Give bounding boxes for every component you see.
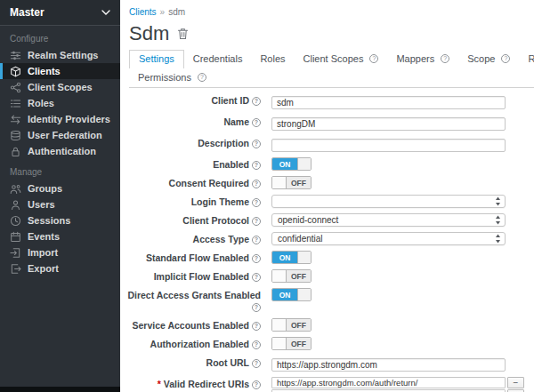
root-url-input[interactable]: [271, 358, 506, 372]
sidebar-item-client-scopes[interactable]: Client Scopes: [0, 79, 120, 95]
help-icon[interactable]: [252, 340, 261, 349]
help-icon[interactable]: [252, 273, 261, 282]
field-label: Valid Redirect URIs: [125, 377, 261, 390]
sidebar-item-label: Clients: [28, 66, 61, 76]
form-row: Root URL: [125, 356, 534, 372]
sidebar-item-user-federation[interactable]: User Federation: [0, 127, 120, 143]
field-label-text: Standard Flow Enabled: [146, 252, 249, 263]
help-icon[interactable]: [252, 359, 261, 368]
help-icon[interactable]: [252, 254, 261, 263]
tab-revocation[interactable]: Revocation: [519, 50, 534, 68]
title-row: Sdm: [129, 24, 534, 44]
tab-label: Scope: [467, 53, 495, 64]
field-label-text: Name: [223, 116, 249, 127]
standard-flow-toggle[interactable]: ON: [271, 251, 312, 264]
field-label: Name: [125, 115, 261, 128]
sidebar-item-groups[interactable]: Groups: [0, 180, 120, 196]
select-stepper-icon: [495, 196, 501, 206]
form-row: Login Theme: [125, 195, 534, 208]
sidebar-item-authentication[interactable]: Authentication: [0, 143, 120, 159]
tab-mappers[interactable]: Mappers: [387, 50, 458, 68]
tab-credentials[interactable]: Credentials: [184, 50, 252, 68]
authorization-toggle[interactable]: OFF: [271, 337, 312, 350]
sidebar: Master Configure Realm Settings Clients …: [0, 0, 120, 392]
tab-client-scopes[interactable]: Client Scopes: [295, 50, 388, 68]
sidebar-item-roles[interactable]: Roles: [0, 95, 120, 111]
help-icon[interactable]: [252, 161, 261, 170]
access-type-select[interactable]: confidential: [271, 232, 506, 245]
help-icon[interactable]: [252, 198, 261, 207]
service-accounts-toggle[interactable]: OFF: [271, 318, 312, 332]
sidebar-item-sessions[interactable]: Sessions: [0, 212, 120, 228]
exchange-arrows-icon: [10, 114, 21, 125]
sidebar-item-export[interactable]: Export: [0, 260, 120, 276]
delete-client-button[interactable]: [177, 28, 189, 40]
help-icon[interactable]: [252, 380, 261, 389]
direct-access-grants-toggle[interactable]: ON: [271, 288, 312, 301]
help-icon[interactable]: [369, 54, 378, 63]
main-content: Clients»sdm Sdm Settings Credentials Rol…: [120, 0, 534, 392]
help-icon[interactable]: [252, 97, 261, 106]
enabled-toggle[interactable]: ON: [271, 157, 312, 171]
share-icon: [10, 82, 21, 93]
field-label-text: Client Protocol: [182, 215, 249, 226]
form-row: Name: [125, 115, 534, 131]
help-icon[interactable]: [252, 140, 261, 148]
form-row: Access Type confidential: [125, 232, 534, 245]
sidebar-item-identity-providers[interactable]: Identity Providers: [0, 111, 120, 127]
breadcrumb: Clients»sdm: [120, 0, 534, 17]
sidebar-item-import[interactable]: Import: [0, 244, 120, 260]
page-title: Sdm: [129, 24, 169, 44]
consent-required-toggle[interactable]: OFF: [271, 176, 312, 189]
sidebar-item-label: Export: [28, 263, 59, 274]
help-icon[interactable]: [501, 54, 510, 63]
sidebar-item-label: Users: [28, 199, 55, 210]
tab-permissions[interactable]: Permissions: [129, 68, 215, 87]
toggle-handle: [272, 270, 287, 282]
redirect-uri-list: − − +: [271, 377, 524, 392]
breadcrumb-clients-link[interactable]: Clients: [129, 7, 157, 17]
chevron-down-icon: [101, 10, 110, 15]
field-label-text: Enabled: [213, 159, 249, 170]
help-icon[interactable]: [441, 54, 449, 63]
help-icon[interactable]: [198, 73, 206, 82]
form-row: Client ID: [125, 93, 534, 109]
form-row: Direct Access Grants Enabled ON: [125, 288, 534, 313]
field-label-text: Consent Required: [169, 178, 249, 188]
groups-icon: [10, 183, 21, 195]
realm-selector[interactable]: Master: [0, 0, 120, 26]
help-icon[interactable]: [252, 180, 261, 188]
client-protocol-select[interactable]: openid-connect: [271, 213, 506, 227]
field-label: Client ID: [125, 93, 261, 107]
help-icon[interactable]: [252, 236, 261, 244]
sidebar-item-label: Import: [28, 247, 58, 258]
tab-scope[interactable]: Scope: [458, 50, 519, 68]
sidebar-item-clients[interactable]: Clients: [0, 63, 120, 79]
database-icon: [10, 130, 21, 141]
client-id-input[interactable]: [271, 96, 506, 109]
field-label: Access Type: [125, 232, 261, 245]
help-icon[interactable]: [252, 118, 261, 127]
help-icon[interactable]: [252, 217, 261, 226]
tab-settings[interactable]: Settings: [129, 50, 184, 68]
field-label-text: Authorization Enabled: [150, 339, 249, 349]
help-icon[interactable]: [252, 322, 261, 331]
field-label: Implicit Flow Enabled: [125, 269, 261, 283]
sidebar-item-users[interactable]: Users: [0, 196, 120, 212]
tab-roles[interactable]: Roles: [251, 50, 294, 68]
description-input[interactable]: [271, 139, 506, 152]
login-theme-select[interactable]: [271, 195, 506, 208]
sidebar-item-events[interactable]: Events: [0, 228, 120, 244]
remove-uri-button[interactable]: −: [507, 377, 524, 388]
field-label-text: Service Accounts Enabled: [133, 320, 250, 331]
toggle-handle: [272, 319, 287, 331]
field-label-text: Valid Redirect URIs: [164, 379, 249, 389]
list-icon: [10, 98, 21, 109]
implicit-flow-toggle[interactable]: OFF: [271, 269, 312, 283]
help-icon[interactable]: [252, 303, 261, 312]
field-label: Service Accounts Enabled: [125, 318, 261, 332]
redirect-uri-input-0[interactable]: [271, 377, 506, 388]
name-input[interactable]: [271, 117, 506, 131]
sidebar-item-realm-settings[interactable]: Realm Settings: [0, 47, 120, 63]
toggle-handle: [297, 158, 311, 170]
